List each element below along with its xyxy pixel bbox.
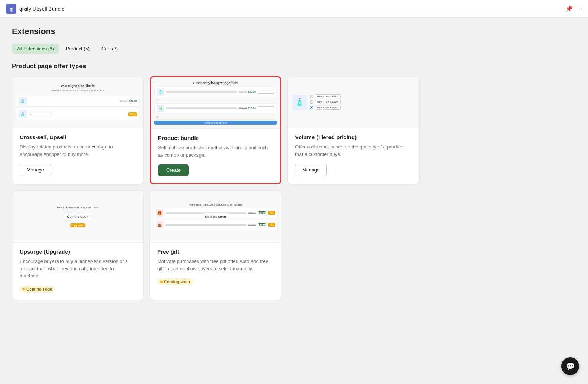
card-preview-volume: 🧴 Buy 1 Get 10% off Buy 2 Get 20% off <box>288 76 419 128</box>
tab-all-extensions[interactable]: All extensions (8) <box>12 44 59 54</box>
cards-grid: You might also like it! Here are some ex… <box>12 76 419 300</box>
bundle1-new-price: $20.00 <box>248 90 256 93</box>
card-desc-free-gift: Motivate purchases with free gift offer.… <box>157 258 274 272</box>
card-body-volume: Volume (Tiered pricing) Offer a discount… <box>288 128 419 176</box>
freegift2-free-badge: FREE <box>258 223 266 226</box>
chat-icon: 💬 <box>566 362 575 371</box>
item1-new-price: $20.00 <box>129 100 137 102</box>
bundle-preview-title: Frequently bought together! <box>154 81 277 85</box>
create-button-bundle[interactable]: Create <box>158 164 189 176</box>
card-body-free-gift: Free gift Motivate purchases with free g… <box>150 243 281 285</box>
pin-icon[interactable]: 📌 <box>565 5 573 12</box>
bundle-prices-1: $30.00 $20.00 <box>239 90 256 93</box>
volume-option-1: Buy 1 Get 10% off <box>310 94 341 98</box>
qty-dropdown: ▾ <box>29 112 51 116</box>
volume-label-3: Buy 3 Get 30% off <box>315 106 341 110</box>
volume-label-1: Buy 1 Get 10% off <box>315 94 341 98</box>
bundle-item-row-2: 🧃 $30.00 $15.00 <box>154 103 277 114</box>
volume-prod-icon: 🧴 <box>292 95 307 110</box>
manage-button-volume[interactable]: Manage <box>295 164 327 176</box>
section-title: Product page offer types <box>12 63 576 70</box>
volume-prod-row: 🧴 Buy 1 Get 10% off Buy 2 Get 20% off <box>292 94 414 110</box>
topbar: q qikify Upsell Bundle 📌 ··· <box>0 0 588 18</box>
bundle-line-1 <box>166 91 237 93</box>
freegift2-pick-btn: Pick <box>268 223 275 227</box>
coming-soon-label-upsurge: Coming soon <box>26 287 52 291</box>
choose-bundle-btn: Choose this bundle <box>154 121 277 125</box>
bundle-item-row-1: 🧴 $30.00 $20.00 <box>154 87 277 97</box>
volume-label-2: Buy 2 Get 20% off <box>315 100 341 104</box>
preview-cross-sell-subtitle: Here are some extras to complete your or… <box>16 89 140 92</box>
upsurge-text: Buy full size with only $10 more <box>57 206 98 209</box>
freegift1-pick-btn: Pick <box>268 211 275 215</box>
bundle-dropdown-1 <box>258 90 274 94</box>
freegift-icon-2: 👜 <box>156 221 163 228</box>
radio-1 <box>310 95 313 98</box>
upsurge-badges: Upgrade <box>70 223 85 227</box>
app-title: qikify Upsell Bundle <box>19 6 64 12</box>
preview-item-row-1: 🧴 $30.00 $20.00 <box>16 95 140 107</box>
card-body-upsurge: Upsurge (Upgrade) Encourage buyers to bu… <box>12 243 143 293</box>
card-free-gift: Free gifts unlocked! Choose one reward 🎁… <box>150 190 281 300</box>
bundle-qty-label-2: x2 <box>156 116 277 118</box>
tabs-container: All extensions (8) Product (5) Cart (3) <box>12 44 576 54</box>
card-name-bundle: Product bundle <box>158 135 273 141</box>
page-content: Extensions All extensions (8) Product (5… <box>0 18 588 384</box>
coming-soon-badge-free-gift: Coming soon <box>157 278 193 285</box>
card-preview-upsurge: Buy full size with only $10 more 🧴 $30.0… <box>12 191 143 243</box>
bundle-prices-2: $30.00 $15.00 <box>239 107 256 110</box>
upsurge-coming-soon-overlay: Coming soon <box>63 213 92 220</box>
card-body-bundle: Product bundle Sell multiple products to… <box>151 129 280 176</box>
bundle2-old-price: $30.00 <box>239 107 247 110</box>
badge-dot-free-gift <box>160 281 163 283</box>
bundle-icon-1: 🧴 <box>157 88 164 96</box>
radio-3 <box>310 106 313 109</box>
badge-dot-upsurge <box>23 288 25 290</box>
card-name-volume: Volume (Tiered pricing) <box>295 134 411 140</box>
card-name-cross-sell: Cross-sell, Upsell <box>20 134 136 140</box>
card-body-cross-sell: Cross-sell, Upsell Display related produ… <box>12 128 143 176</box>
topbar-left: q qikify Upsell Bundle <box>6 4 64 14</box>
freegift-icon-1: 🎁 <box>156 209 163 217</box>
freegift-item-2: 👜 $30.00 FREE Pick <box>154 220 277 230</box>
bundle-line-2 <box>166 107 237 109</box>
card-name-free-gift: Free gift <box>157 248 274 255</box>
more-icon[interactable]: ··· <box>577 6 582 12</box>
upgrade-badge: Upgrade <box>70 223 85 227</box>
card-preview-free-gift: Free gifts unlocked! Choose one reward 🎁… <box>150 191 281 243</box>
card-desc-upsurge: Encourage buyers to buy a higher-end ver… <box>20 258 136 280</box>
card-upsurge: Buy full size with only $10 more 🧴 $30.0… <box>12 190 144 300</box>
app-icon: q <box>6 4 16 14</box>
card-preview-product-bundle: Frequently bought together! 🧴 $30.00 $20… <box>151 77 280 129</box>
tab-cart[interactable]: Cart (3) <box>96 44 123 54</box>
coming-soon-badge-upsurge: Coming soon <box>20 286 55 293</box>
product-icon-2: 🧴 <box>19 110 27 118</box>
card-desc-cross-sell: Display related products on product page… <box>20 143 136 158</box>
coming-soon-label-free-gift: Coming soon <box>164 280 190 284</box>
freegift-coming-soon-overlay: Coming soon <box>201 213 230 220</box>
volume-options: Buy 1 Get 10% off Buy 2 Get 20% off Buy … <box>310 94 341 110</box>
bundle1-old-price: $30.00 <box>239 90 247 93</box>
bundle-dropdown-2 <box>258 106 274 110</box>
freegift1-free-badge: FREE <box>258 211 266 214</box>
freegift1-price: $30.00 <box>248 212 256 214</box>
chat-button[interactable]: 💬 <box>561 357 579 375</box>
freegift-line-2 <box>165 224 246 226</box>
bundle-icon-2: 🧃 <box>157 105 164 112</box>
card-desc-volume: Offer a discount based on the quantity o… <box>295 143 411 158</box>
bundle2-new-price: $15.00 <box>248 107 256 110</box>
item1-prices: $30.00 $20.00 <box>120 100 137 102</box>
volume-option-3: Buy 3 Get 30% off <box>310 106 341 110</box>
bundle-qty-label-1: x1 <box>156 99 277 101</box>
card-product-bundle: Frequently bought together! 🧴 $30.00 $20… <box>150 76 281 184</box>
pick-btn: Pick <box>128 112 137 116</box>
manage-button-cross-sell[interactable]: Manage <box>20 164 51 176</box>
freegift2-price: $30.00 <box>248 224 256 226</box>
card-name-upsurge: Upsurge (Upgrade) <box>20 248 136 255</box>
card-cross-sell: You might also like it! Here are some ex… <box>12 76 144 184</box>
radio-2 <box>310 100 313 104</box>
tab-product[interactable]: Product (5) <box>61 44 95 54</box>
volume-option-2: Buy 2 Get 20% off <box>310 100 341 104</box>
preview-cross-sell-title: You might also like it! <box>16 84 140 88</box>
preview-item-row-2: 🧴 ▾ Pick <box>16 108 140 120</box>
